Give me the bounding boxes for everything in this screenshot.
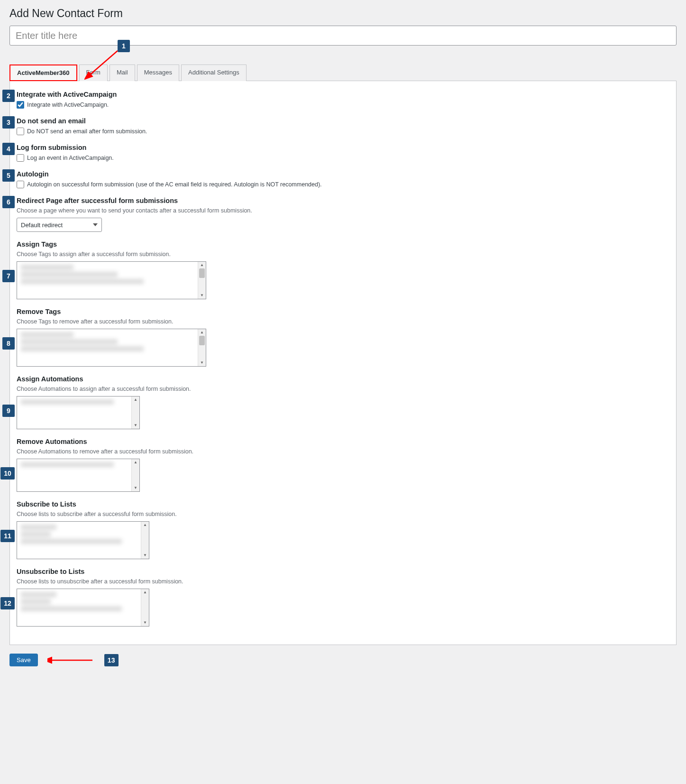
redirect-help: Choose a page where you want to send you… [17,207,670,214]
autologin-heading: Autologin [17,170,670,178]
no-email-heading: Do not send an email [17,117,670,125]
log-submission-checkbox-label: Log an event in ActiveCampaign. [27,155,114,161]
integrate-checkbox[interactable] [17,101,24,109]
callout-11: 11 [0,530,15,542]
assign-automations-help: Choose Automations to assign after a suc… [17,386,670,392]
redirect-heading: Redirect Page after successful form subm… [17,197,670,204]
settings-panel: 2 Integrate with ActiveCampaign Integrat… [9,81,677,645]
callout-3: 3 [2,116,15,129]
subscribe-lists-listbox[interactable]: ▲▼ [17,521,149,559]
no-email-checkbox-label: Do NOT send an email after form submissi… [27,128,147,135]
save-button[interactable]: Save [9,654,38,666]
assign-automations-heading: Assign Automations [17,375,670,383]
callout-12: 12 [0,597,15,609]
scrollbar[interactable]: ▲▼ [141,589,149,626]
assign-automations-listbox[interactable]: ▲▼ [17,396,140,429]
unsubscribe-lists-heading: Unsubscribe to Lists [17,568,670,575]
autologin-checkbox-label: Autologin on successful form submission … [27,181,322,188]
scrollbar[interactable]: ▲▼ [198,329,206,366]
log-submission-heading: Log form submission [17,144,670,151]
remove-automations-listbox[interactable]: ▲▼ [17,459,140,492]
remove-automations-help: Choose Automations to remove after a suc… [17,448,670,455]
callout-1: 1 [118,40,130,52]
remove-tags-heading: Remove Tags [17,308,670,315]
scrollbar[interactable]: ▲▼ [131,397,139,429]
subscribe-lists-help: Choose lists to subscribe after a succes… [17,511,670,517]
scroll-up-icon[interactable]: ▲ [143,589,147,596]
scrollbar[interactable]: ▲▼ [141,522,149,559]
scroll-up-icon[interactable]: ▲ [200,329,204,336]
arrow-icon [47,655,95,665]
autologin-checkbox[interactable] [17,181,24,188]
callout-8: 8 [2,337,15,350]
page-title: Add New Contact Form [9,7,677,20]
callout-9: 9 [2,405,15,417]
subscribe-lists-heading: Subscribe to Lists [17,500,670,508]
no-email-checkbox[interactable] [17,128,24,135]
scrollbar[interactable]: ▲▼ [198,262,206,299]
remove-automations-heading: Remove Automations [17,438,670,445]
scroll-up-icon[interactable]: ▲ [134,459,137,466]
assign-tags-heading: Assign Tags [17,240,670,248]
scroll-up-icon[interactable]: ▲ [200,262,204,268]
assign-tags-help: Choose Tags to assign after a successful… [17,251,670,258]
redirect-select[interactable]: Default redirect [17,218,102,232]
tab-messages[interactable]: Messages [137,65,179,81]
tab-activemember360[interactable]: ActiveMember360 [9,65,77,81]
svg-line-0 [89,51,118,75]
tab-additional-settings[interactable]: Additional Settings [181,65,247,81]
callout-7: 7 [2,270,15,282]
callout-4: 4 [2,143,15,155]
callout-13: 13 [104,654,119,666]
scroll-down-icon[interactable]: ▼ [200,292,204,299]
remove-tags-listbox[interactable]: ▲▼ [17,329,206,367]
scroll-down-icon[interactable]: ▼ [200,360,204,366]
form-title-input[interactable] [9,26,677,46]
scroll-up-icon[interactable]: ▲ [143,522,147,528]
integrate-checkbox-label: Integrate with ActiveCampaign. [27,101,109,108]
scroll-down-icon[interactable]: ▼ [143,552,147,559]
callout-10: 10 [0,467,15,480]
scrollbar[interactable]: ▲▼ [131,459,139,491]
unsubscribe-lists-listbox[interactable]: ▲▼ [17,589,149,627]
scroll-up-icon[interactable]: ▲ [134,397,137,403]
scroll-down-icon[interactable]: ▼ [134,422,137,429]
arrow-icon [84,47,122,80]
scroll-down-icon[interactable]: ▼ [134,485,137,491]
callout-6: 6 [2,196,15,208]
integrate-heading: Integrate with ActiveCampaign [17,91,670,98]
unsubscribe-lists-help: Choose lists to unsubscribe after a succ… [17,578,670,585]
callout-2: 2 [2,90,15,102]
callout-5: 5 [2,169,15,182]
assign-tags-listbox[interactable]: ▲▼ [17,261,206,299]
log-submission-checkbox[interactable] [17,154,24,162]
remove-tags-help: Choose Tags to remove after a successful… [17,318,670,325]
scroll-down-icon[interactable]: ▼ [143,619,147,626]
